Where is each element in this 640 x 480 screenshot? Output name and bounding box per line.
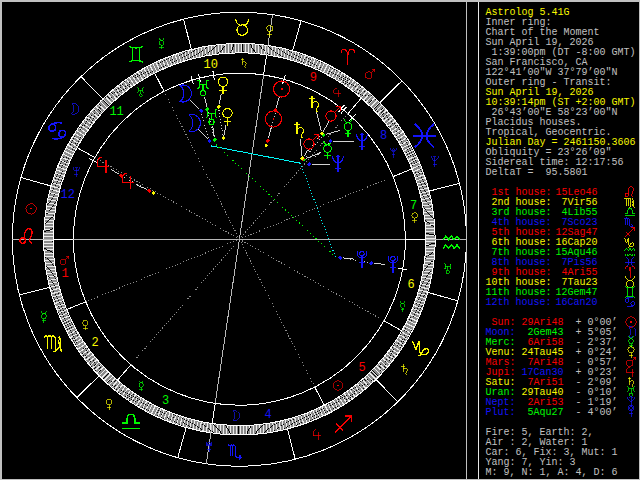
- svg-text:2: 2: [92, 336, 99, 350]
- svg-text:4: 4: [264, 408, 271, 422]
- svg-text:3: 3: [162, 394, 169, 408]
- svg-text:10: 10: [203, 58, 217, 72]
- svg-text:Plut: 5Aqu27- 4°00’: Plut: 5Aqu27- 4°00’: [485, 407, 617, 418]
- svg-text:DeltaT = 95.5801: DeltaT = 95.5801: [485, 167, 587, 178]
- svg-text:12: 12: [60, 188, 74, 202]
- svg-text:M: 9, N: 1, A: 4, D: 6: M: 9, N: 1, A: 4, D: 6: [485, 467, 617, 478]
- svg-text:7: 7: [410, 199, 417, 213]
- svg-text:12th house:16Can20: 12th house:16Can20: [485, 297, 597, 308]
- svg-text:1: 1: [62, 267, 69, 281]
- svg-text:6: 6: [407, 278, 414, 292]
- svg-text:8: 8: [380, 129, 387, 143]
- svg-text:11: 11: [109, 105, 123, 119]
- svg-text:5: 5: [359, 361, 366, 375]
- svg-text:9: 9: [310, 71, 317, 85]
